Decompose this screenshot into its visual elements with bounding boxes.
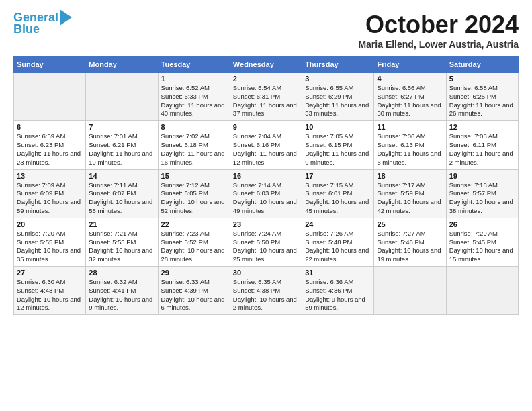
day-number: 31: [305, 269, 371, 277]
day-number: 15: [161, 172, 227, 180]
table-row: 28Sunrise: 6:32 AM Sunset: 4:41 PM Dayli…: [86, 267, 158, 315]
day-info: Sunrise: 7:08 AM Sunset: 6:11 PM Dayligh…: [449, 132, 515, 167]
day-number: 24: [305, 220, 371, 228]
day-number: 11: [377, 123, 443, 131]
day-number: 3: [305, 75, 371, 83]
header-friday: Friday: [374, 57, 446, 73]
day-number: 21: [89, 220, 154, 228]
day-number: 18: [377, 172, 443, 180]
calendar-table: Sunday Monday Tuesday Wednesday Thursday…: [13, 56, 519, 315]
table-row: [86, 73, 158, 121]
day-info: Sunrise: 7:18 AM Sunset: 5:57 PM Dayligh…: [449, 181, 515, 216]
table-row: 29Sunrise: 6:33 AM Sunset: 4:39 PM Dayli…: [158, 267, 230, 315]
title-area: October 2024 Maria Ellend, Lower Austria…: [358, 11, 519, 50]
day-info: Sunrise: 7:01 AM Sunset: 6:21 PM Dayligh…: [89, 132, 154, 167]
table-row: 19Sunrise: 7:18 AM Sunset: 5:57 PM Dayli…: [446, 169, 518, 218]
header-tuesday: Tuesday: [158, 57, 230, 73]
day-info: Sunrise: 6:33 AM Sunset: 4:39 PM Dayligh…: [161, 278, 227, 312]
day-info: Sunrise: 7:06 AM Sunset: 6:13 PM Dayligh…: [377, 132, 443, 167]
day-number: 6: [17, 123, 83, 131]
day-info: Sunrise: 6:54 AM Sunset: 6:31 PM Dayligh…: [233, 84, 299, 118]
day-info: Sunrise: 7:02 AM Sunset: 6:18 PM Dayligh…: [161, 132, 227, 167]
day-number: 27: [17, 269, 83, 277]
day-info: Sunrise: 7:21 AM Sunset: 5:53 PM Dayligh…: [89, 230, 154, 264]
table-row: 25Sunrise: 7:27 AM Sunset: 5:46 PM Dayli…: [374, 218, 446, 266]
day-number: 29: [161, 269, 227, 277]
header-monday: Monday: [86, 57, 158, 73]
calendar-week-row: 6Sunrise: 6:59 AM Sunset: 6:23 PM Daylig…: [14, 121, 519, 169]
table-row: 23Sunrise: 7:24 AM Sunset: 5:50 PM Dayli…: [230, 218, 302, 266]
header-saturday: Saturday: [446, 57, 518, 73]
day-info: Sunrise: 7:24 AM Sunset: 5:50 PM Dayligh…: [233, 230, 299, 264]
table-row: 30Sunrise: 6:35 AM Sunset: 4:38 PM Dayli…: [230, 267, 302, 315]
page: General Blue October 2024 Maria Ellend, …: [0, 0, 532, 323]
day-number: 9: [233, 123, 299, 131]
table-row: 7Sunrise: 7:01 AM Sunset: 6:21 PM Daylig…: [86, 121, 158, 169]
calendar-week-row: 20Sunrise: 7:20 AM Sunset: 5:55 PM Dayli…: [14, 218, 519, 266]
day-info: Sunrise: 6:55 AM Sunset: 6:29 PM Dayligh…: [305, 84, 371, 118]
calendar-header-row: Sunday Monday Tuesday Wednesday Thursday…: [14, 57, 519, 73]
day-number: 17: [305, 172, 371, 180]
day-number: 22: [161, 220, 227, 228]
table-row: 26Sunrise: 7:29 AM Sunset: 5:45 PM Dayli…: [446, 218, 518, 266]
day-info: Sunrise: 7:11 AM Sunset: 6:07 PM Dayligh…: [89, 181, 154, 216]
day-info: Sunrise: 6:58 AM Sunset: 6:25 PM Dayligh…: [449, 84, 515, 118]
header: General Blue October 2024 Maria Ellend, …: [13, 11, 519, 50]
day-info: Sunrise: 6:52 AM Sunset: 6:33 PM Dayligh…: [161, 84, 227, 118]
calendar-week-row: 13Sunrise: 7:09 AM Sunset: 6:09 PM Dayli…: [14, 169, 519, 218]
table-row: 31Sunrise: 6:36 AM Sunset: 4:36 PM Dayli…: [302, 267, 374, 315]
day-number: 20: [17, 220, 83, 228]
day-info: Sunrise: 7:20 AM Sunset: 5:55 PM Dayligh…: [17, 230, 83, 264]
day-info: Sunrise: 7:04 AM Sunset: 6:16 PM Dayligh…: [233, 132, 299, 167]
day-number: 10: [305, 123, 371, 131]
table-row: 12Sunrise: 7:08 AM Sunset: 6:11 PM Dayli…: [446, 121, 518, 169]
table-row: 14Sunrise: 7:11 AM Sunset: 6:07 PM Dayli…: [86, 169, 158, 218]
table-row: 20Sunrise: 7:20 AM Sunset: 5:55 PM Dayli…: [14, 218, 86, 266]
day-number: 19: [449, 172, 515, 180]
day-number: 30: [233, 269, 299, 277]
day-number: 26: [449, 220, 515, 228]
table-row: 1Sunrise: 6:52 AM Sunset: 6:33 PM Daylig…: [158, 73, 230, 121]
calendar-week-row: 27Sunrise: 6:30 AM Sunset: 4:43 PM Dayli…: [14, 267, 519, 315]
logo-arrow-icon: [60, 9, 72, 26]
day-number: 2: [233, 75, 299, 83]
day-info: Sunrise: 6:30 AM Sunset: 4:43 PM Dayligh…: [17, 278, 83, 312]
month-title: October 2024: [358, 11, 519, 39]
day-number: 4: [377, 75, 443, 83]
header-thursday: Thursday: [302, 57, 374, 73]
table-row: 3Sunrise: 6:55 AM Sunset: 6:29 PM Daylig…: [302, 73, 374, 121]
table-row: 4Sunrise: 6:56 AM Sunset: 6:27 PM Daylig…: [374, 73, 446, 121]
day-number: 16: [233, 172, 299, 180]
day-info: Sunrise: 7:27 AM Sunset: 5:46 PM Dayligh…: [377, 230, 443, 264]
logo-blue-text: Blue: [13, 23, 40, 36]
day-info: Sunrise: 6:35 AM Sunset: 4:38 PM Dayligh…: [233, 278, 299, 312]
day-info: Sunrise: 7:15 AM Sunset: 6:01 PM Dayligh…: [305, 181, 371, 216]
day-number: 5: [449, 75, 515, 83]
table-row: [446, 267, 518, 315]
table-row: 24Sunrise: 7:26 AM Sunset: 5:48 PM Dayli…: [302, 218, 374, 266]
table-row: [374, 267, 446, 315]
logo: General Blue: [13, 11, 72, 36]
day-info: Sunrise: 7:09 AM Sunset: 6:09 PM Dayligh…: [17, 181, 83, 216]
table-row: 27Sunrise: 6:30 AM Sunset: 4:43 PM Dayli…: [14, 267, 86, 315]
table-row: 9Sunrise: 7:04 AM Sunset: 6:16 PM Daylig…: [230, 121, 302, 169]
day-info: Sunrise: 7:17 AM Sunset: 5:59 PM Dayligh…: [377, 181, 443, 216]
day-number: 12: [449, 123, 515, 131]
day-number: 13: [17, 172, 83, 180]
table-row: 6Sunrise: 6:59 AM Sunset: 6:23 PM Daylig…: [14, 121, 86, 169]
table-row: 10Sunrise: 7:05 AM Sunset: 6:15 PM Dayli…: [302, 121, 374, 169]
table-row: 17Sunrise: 7:15 AM Sunset: 6:01 PM Dayli…: [302, 169, 374, 218]
table-row: 16Sunrise: 7:14 AM Sunset: 6:03 PM Dayli…: [230, 169, 302, 218]
day-info: Sunrise: 7:14 AM Sunset: 6:03 PM Dayligh…: [233, 181, 299, 216]
table-row: [14, 73, 86, 121]
day-info: Sunrise: 7:12 AM Sunset: 6:05 PM Dayligh…: [161, 181, 227, 216]
table-row: 11Sunrise: 7:06 AM Sunset: 6:13 PM Dayli…: [374, 121, 446, 169]
table-row: 5Sunrise: 6:58 AM Sunset: 6:25 PM Daylig…: [446, 73, 518, 121]
calendar-week-row: 1Sunrise: 6:52 AM Sunset: 6:33 PM Daylig…: [14, 73, 519, 121]
day-number: 14: [89, 172, 154, 180]
table-row: 21Sunrise: 7:21 AM Sunset: 5:53 PM Dayli…: [86, 218, 158, 266]
table-row: 15Sunrise: 7:12 AM Sunset: 6:05 PM Dayli…: [158, 169, 230, 218]
header-sunday: Sunday: [14, 57, 86, 73]
day-number: 25: [377, 220, 443, 228]
day-info: Sunrise: 6:32 AM Sunset: 4:41 PM Dayligh…: [89, 278, 154, 312]
